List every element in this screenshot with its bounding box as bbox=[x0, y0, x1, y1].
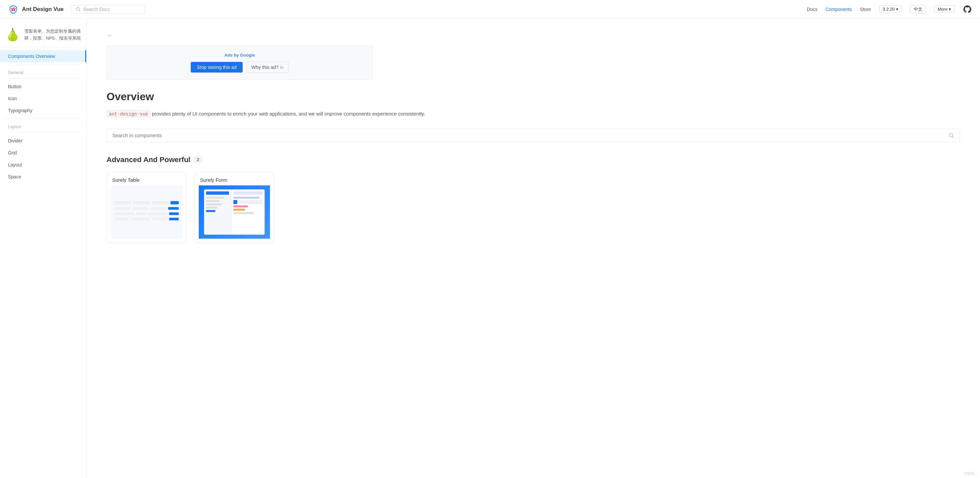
stop-seeing-ad-button[interactable]: Stop seeing this ad bbox=[191, 62, 242, 73]
table-row-2 bbox=[114, 207, 179, 210]
table-row-3 bbox=[114, 212, 179, 215]
form-right-panel bbox=[231, 190, 265, 235]
sidebar-ad-text: 雪梨表单、为您定制专属的调研，投票、NPS、报名等系统 bbox=[24, 28, 81, 42]
chevron-down-icon: ▾ bbox=[896, 6, 899, 12]
back-button[interactable]: ← bbox=[107, 32, 960, 39]
sidebar: 🍐 雪梨表单、为您定制专属的调研，投票、NPS、报名等系统 Components… bbox=[0, 19, 87, 478]
svg-point-2 bbox=[950, 133, 953, 137]
page-desc-text: provides plenty of UI components to enri… bbox=[152, 111, 425, 116]
sidebar-section-general: General bbox=[0, 67, 86, 76]
components-search-box[interactable] bbox=[107, 129, 960, 142]
sidebar-item-grid[interactable]: Grid bbox=[0, 147, 86, 159]
why-this-ad-button[interactable]: Why this ad? ▷ bbox=[247, 62, 289, 73]
form-header bbox=[206, 191, 229, 195]
nav-links: Docs Components Store 3.2.20 ▾ 中文 More ▾ bbox=[807, 5, 972, 14]
sidebar-item-space[interactable]: Space bbox=[0, 171, 86, 183]
form-row-last bbox=[233, 212, 254, 214]
components-search-input[interactable] bbox=[112, 132, 946, 138]
form-mock-inner bbox=[199, 185, 270, 239]
sidebar-section-layout: Layout bbox=[0, 121, 86, 131]
cards-grid: Surely Table bbox=[107, 172, 960, 243]
form-right-header bbox=[233, 191, 262, 195]
table-mock bbox=[111, 198, 182, 226]
watermark: CSDN... bbox=[964, 472, 977, 475]
chevron-down-icon-more: ▾ bbox=[949, 6, 951, 12]
page-description: ant-design-vue provides plenty of UI com… bbox=[107, 110, 960, 118]
language-selector[interactable]: 中文 bbox=[910, 5, 926, 14]
sidebar-item-typography[interactable]: Typography bbox=[0, 105, 86, 116]
github-icon[interactable] bbox=[963, 5, 972, 14]
form-left-panel bbox=[204, 190, 231, 235]
sidebar-item-divider[interactable]: Divider bbox=[0, 135, 86, 147]
sidebar-divider-1 bbox=[5, 64, 81, 65]
form-row-3 bbox=[206, 203, 222, 206]
sidebar-divider-4 bbox=[5, 132, 81, 133]
svg-rect-0 bbox=[11, 10, 15, 11]
ad-actions: Stop seeing this ad Why this ad? ▷ bbox=[113, 62, 366, 73]
nav-docs[interactable]: Docs bbox=[807, 6, 818, 12]
search-icon bbox=[76, 7, 81, 12]
logo-text: Ant Design Vue bbox=[22, 6, 64, 13]
page-title: Overview bbox=[107, 91, 960, 103]
form-mock bbox=[199, 185, 270, 239]
section-badge: 2 bbox=[194, 156, 202, 163]
form-color-row bbox=[233, 200, 262, 204]
section-title: Advanced And Powerful 2 bbox=[107, 155, 960, 164]
table-row-1 bbox=[114, 201, 179, 204]
surely-table-card[interactable]: Surely Table bbox=[107, 172, 186, 243]
sidebar-item-button[interactable]: Button bbox=[0, 81, 86, 92]
play-icon: ▷ bbox=[281, 65, 284, 70]
sidebar-divider-3 bbox=[5, 118, 81, 119]
form-row-pink bbox=[233, 206, 248, 207]
more-menu[interactable]: More ▾ bbox=[934, 5, 955, 13]
ad-banner: Ads by Google Stop seeing this ad Why th… bbox=[107, 46, 373, 80]
logo-link[interactable]: Ant Design Vue bbox=[8, 4, 64, 14]
card-title-surely-form: Surely Form bbox=[195, 172, 274, 185]
code-tag: ant-design-vue bbox=[107, 110, 151, 118]
form-row-5 bbox=[206, 210, 215, 212]
sidebar-item-layout[interactable]: Layout bbox=[0, 159, 86, 171]
sidebar-advertisement: 🍐 雪梨表单、为您定制专属的调研，投票、NPS、报名等系统 bbox=[0, 24, 86, 48]
search-box[interactable]: Search Docs bbox=[72, 5, 145, 14]
pear-icon: 🍐 bbox=[5, 28, 20, 42]
version-selector[interactable]: 3.2.20 ▾ bbox=[879, 5, 902, 13]
nav-components[interactable]: Components bbox=[826, 6, 852, 12]
section-title-text: Advanced And Powerful bbox=[107, 155, 190, 164]
form-row-orange bbox=[233, 209, 245, 211]
form-row-1 bbox=[206, 197, 224, 199]
surely-table-preview bbox=[111, 185, 182, 239]
main-content: ← Ads by Google Stop seeing this ad Why … bbox=[87, 19, 980, 478]
page-layout: 🍐 雪梨表单、为您定制专属的调研，投票、NPS、报名等系统 Components… bbox=[0, 19, 980, 478]
search-icon-right bbox=[948, 132, 955, 139]
surely-form-preview bbox=[199, 185, 270, 239]
sidebar-item-icon[interactable]: Icon bbox=[0, 92, 86, 105]
table-row-4 bbox=[114, 218, 179, 220]
form-row-2 bbox=[206, 200, 220, 202]
ads-by-google-label: Ads by Google bbox=[113, 53, 366, 57]
surely-form-card[interactable]: Surely Form bbox=[194, 172, 274, 243]
top-navigation: Ant Design Vue Search Docs Docs Componen… bbox=[0, 0, 980, 19]
nav-store[interactable]: Store bbox=[860, 6, 871, 12]
sidebar-item-components-overview[interactable]: Components Overview bbox=[0, 50, 86, 62]
form-row-4 bbox=[206, 207, 217, 209]
form-right-row-1 bbox=[233, 197, 259, 199]
logo-icon bbox=[8, 4, 19, 14]
search-placeholder-text: Search Docs bbox=[83, 6, 110, 12]
form-mock-content bbox=[204, 190, 265, 235]
card-title-surely-table: Surely Table bbox=[107, 172, 186, 185]
